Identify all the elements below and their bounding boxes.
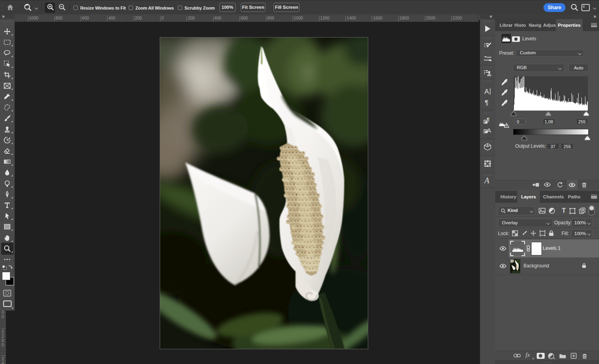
svg-text:A: A (484, 176, 490, 184)
svg-text:A: A (487, 127, 491, 134)
svg-text:¶: ¶ (487, 117, 490, 123)
svg-text:¶: ¶ (485, 99, 488, 107)
svg-text:A: A (484, 88, 489, 95)
